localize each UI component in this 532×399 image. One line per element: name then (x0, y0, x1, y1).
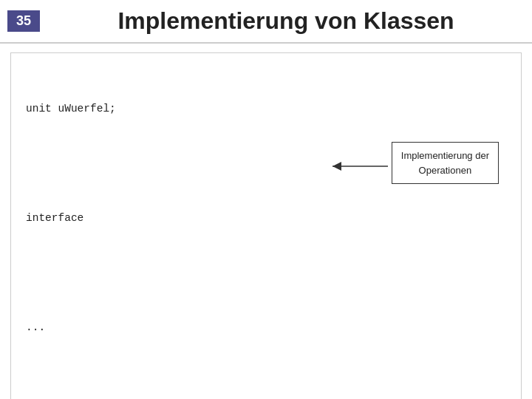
svg-marker-1 (332, 162, 341, 171)
callout-container: Implementierung der Operationen (392, 142, 499, 184)
code-line-interface: interface (26, 209, 506, 228)
callout-arrow-svg (325, 155, 392, 177)
code-line-dots1: ... (26, 318, 506, 337)
slide-header: 35 Implementierung von Klassen (0, 0, 532, 44)
callout-line1: Implementierung der (401, 150, 489, 161)
code-line-1: unit uWuerfel; (26, 100, 506, 118)
callout-line2: Operationen (419, 165, 472, 176)
code-line-blank2 (26, 264, 506, 282)
slide-title: Implementierung von Klassen (55, 7, 517, 35)
code-line-blank3 (26, 373, 506, 392)
callout-box: Implementierung der Operationen (392, 142, 499, 184)
slide: 35 Implementierung von Klassen unit uWue… (0, 0, 532, 399)
code-block: unit uWuerfel; interface ... implementat… (26, 64, 506, 399)
content-area: unit uWuerfel; interface ... implementat… (10, 52, 522, 399)
slide-number: 35 (7, 10, 40, 32)
